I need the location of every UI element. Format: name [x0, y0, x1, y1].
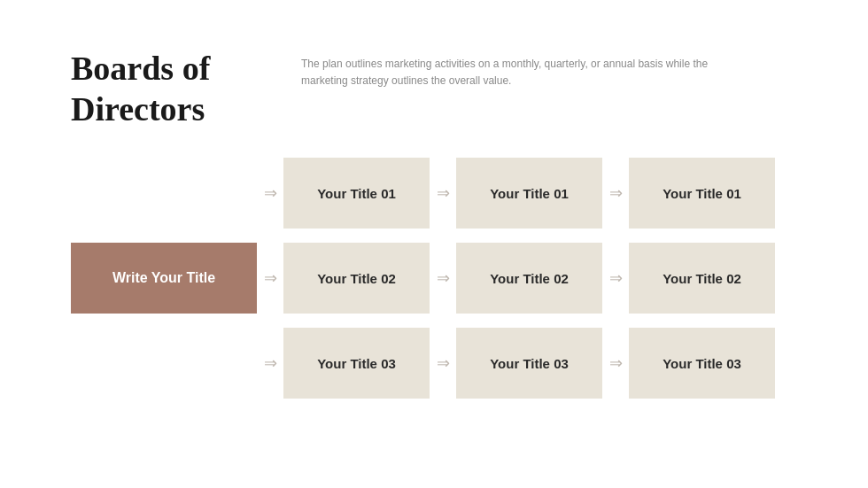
- title-box-1-2-label: Your Title 01: [490, 186, 569, 201]
- arrow-3-2-3: ⇒: [602, 353, 629, 373]
- title-box-2-1[interactable]: Your Title 02: [283, 243, 430, 314]
- grid-row-1: ⇒ Your Title 01 ⇒ Your Title 01 ⇒ Your T…: [71, 158, 815, 229]
- title-box-2-1-label: Your Title 02: [317, 271, 396, 286]
- title-box-1-3[interactable]: Your Title 01: [629, 158, 775, 229]
- title-box-1-3-label: Your Title 01: [663, 186, 741, 201]
- title-box-1-1[interactable]: Your Title 01: [283, 158, 430, 229]
- left-cell-empty-1: [71, 158, 257, 229]
- title-box-3-3-label: Your Title 03: [663, 356, 741, 371]
- title-box-3-1-label: Your Title 03: [317, 356, 396, 371]
- arrow-2-2-3: ⇒: [602, 268, 629, 288]
- title-box-1-2[interactable]: Your Title 01: [456, 158, 602, 229]
- page-container: Boards ofDirectors The plan outlines mar…: [0, 0, 868, 488]
- arrow-1-2: ⇒: [430, 183, 456, 203]
- description-text: The plan outlines marketing activities o…: [301, 49, 709, 89]
- page-title: Boards ofDirectors: [71, 49, 266, 129]
- grid-section: ⇒ Your Title 01 ⇒ Your Title 01 ⇒ Your T…: [71, 158, 815, 399]
- arrow-2-1-2: ⇒: [430, 268, 456, 288]
- grid-row-2: Write Your Title ⇒ Your Title 02 ⇒ Your …: [71, 243, 815, 314]
- grid-row-3: ⇒ Your Title 03 ⇒ Your Title 03 ⇒ Your T…: [71, 328, 815, 399]
- title-box-3-2-label: Your Title 03: [490, 356, 569, 371]
- title-box-3-2[interactable]: Your Title 03: [456, 328, 602, 399]
- arrow-left-3: ⇒: [257, 353, 283, 373]
- title-box-1-1-label: Your Title 01: [317, 186, 396, 201]
- arrow-3-1-2: ⇒: [430, 353, 456, 373]
- title-box-2-3-label: Your Title 02: [663, 271, 741, 286]
- title-box-3-1[interactable]: Your Title 03: [283, 328, 430, 399]
- header-section: Boards ofDirectors The plan outlines mar…: [71, 49, 815, 129]
- title-box-3-3[interactable]: Your Title 03: [629, 328, 775, 399]
- left-cell-empty-3: [71, 328, 257, 399]
- left-cell-label-2: Write Your Title: [112, 270, 215, 286]
- arrow-left-1: ⇒: [257, 183, 283, 203]
- title-box-2-2[interactable]: Your Title 02: [456, 243, 602, 314]
- left-cell-highlight-2[interactable]: Write Your Title: [71, 243, 257, 314]
- title-box-2-2-label: Your Title 02: [490, 271, 569, 286]
- arrow-left-2: ⇒: [257, 268, 283, 288]
- title-box-2-3[interactable]: Your Title 02: [629, 243, 775, 314]
- arrow-2-3: ⇒: [602, 183, 629, 203]
